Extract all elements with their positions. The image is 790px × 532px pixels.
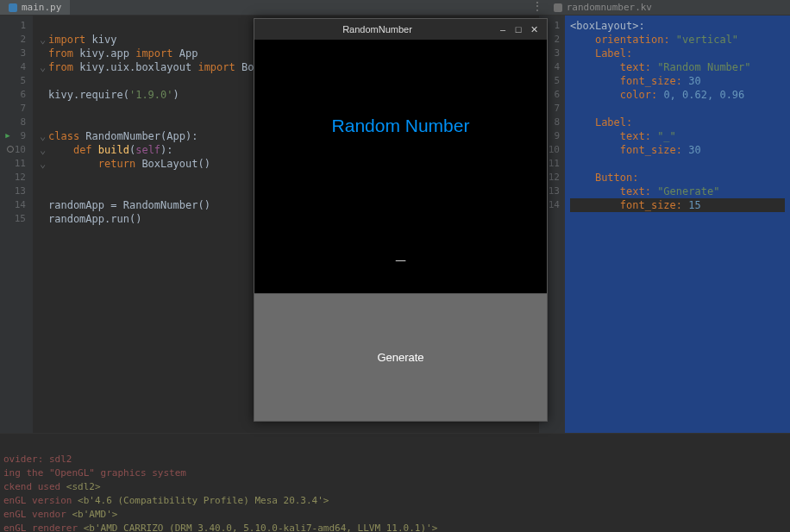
tab-bar: main.py ⋮ randomnumber.kv — [0, 0, 790, 16]
kivy-app-window[interactable]: RandomNumber – □ ✕ Random Number _ Gener… — [254, 18, 548, 422]
python-file-icon — [9, 3, 17, 12]
code-area[interactable]: <boxLayout>: orientation: "vertical" Lab… — [565, 16, 790, 433]
value-label: _ — [254, 212, 547, 293]
tab-spacer — [70, 0, 529, 15]
window-title: RandomNumber — [260, 24, 495, 34]
kv-file-icon — [554, 3, 562, 12]
tab-label: randomnumber.kv — [567, 2, 652, 13]
titlebar[interactable]: RandomNumber – □ ✕ — [254, 19, 547, 40]
terminal-line: ckend used <sdl2> — [3, 481, 101, 492]
minimize-icon[interactable]: – — [495, 22, 511, 37]
terminal-panel[interactable]: ovider: sdl2 ing the "OpenGL" graphics s… — [0, 433, 790, 532]
generate-button[interactable]: Generate — [254, 293, 547, 421]
terminal-line: enGL renderer <b'AMD CARRIZO (DRM 3.40.0… — [3, 523, 437, 532]
terminal-line: enGL vendor <b'AMD'> — [3, 509, 117, 520]
tab-randomnumber-kv[interactable]: randomnumber.kv — [545, 0, 661, 15]
tab-label: main.py — [22, 2, 61, 13]
kebab-icon[interactable]: ⋮ — [530, 0, 545, 15]
tab-main-py[interactable]: main.py — [0, 0, 70, 15]
app-body: Random Number _ Generate — [254, 40, 547, 421]
editor-randomnumber-kv[interactable]: 1 2 3 4 5 6 7 8 9 10 11 12 13 14 <boxLay… — [539, 16, 790, 433]
gutter: 1 2 3 4 5 6 7 8 9 10 11 12 13 14 15 — [0, 16, 33, 433]
close-icon[interactable]: ✕ — [526, 22, 542, 37]
override-gutter-icon[interactable] — [3, 143, 18, 155]
terminal-line: enGL version <b'4.6 (Compatibility Profi… — [3, 495, 329, 506]
terminal-line: ing the "OpenGL" graphics system — [3, 467, 186, 479]
terminal-line: ovider: sdl2 — [3, 454, 72, 465]
title-label: Random Number — [254, 40, 547, 212]
maximize-icon[interactable]: □ — [511, 22, 526, 37]
run-gutter-icon[interactable]: ▶ — [0, 129, 16, 141]
